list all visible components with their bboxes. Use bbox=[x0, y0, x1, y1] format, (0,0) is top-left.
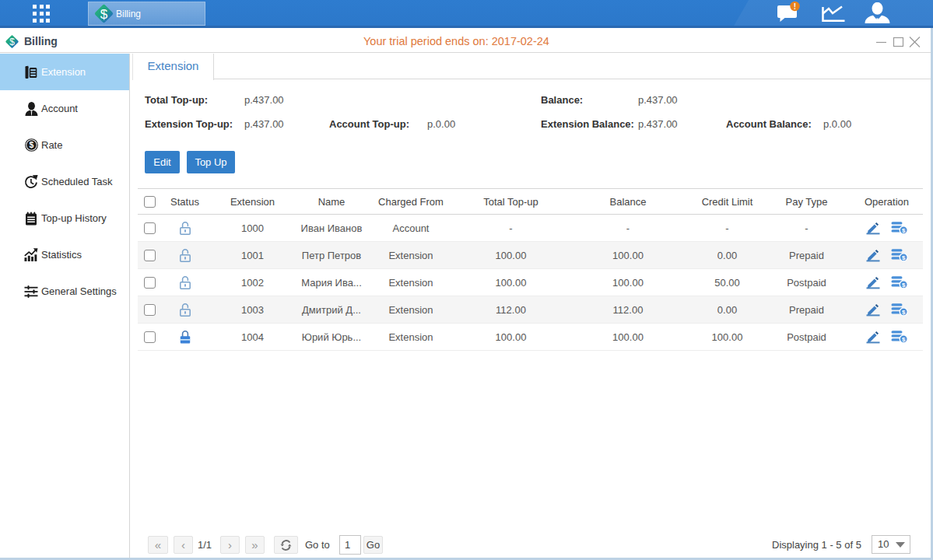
svg-text:$: $ bbox=[9, 37, 15, 47]
svg-text:$: $ bbox=[901, 282, 905, 289]
svg-text:$: $ bbox=[901, 227, 905, 234]
svg-text:$: $ bbox=[100, 7, 108, 22]
svg-text:$: $ bbox=[901, 254, 905, 261]
svg-text:$: $ bbox=[29, 140, 33, 149]
svg-text:!: ! bbox=[794, 2, 796, 11]
svg-text:$: $ bbox=[901, 309, 905, 316]
svg-text:$: $ bbox=[901, 336, 905, 343]
